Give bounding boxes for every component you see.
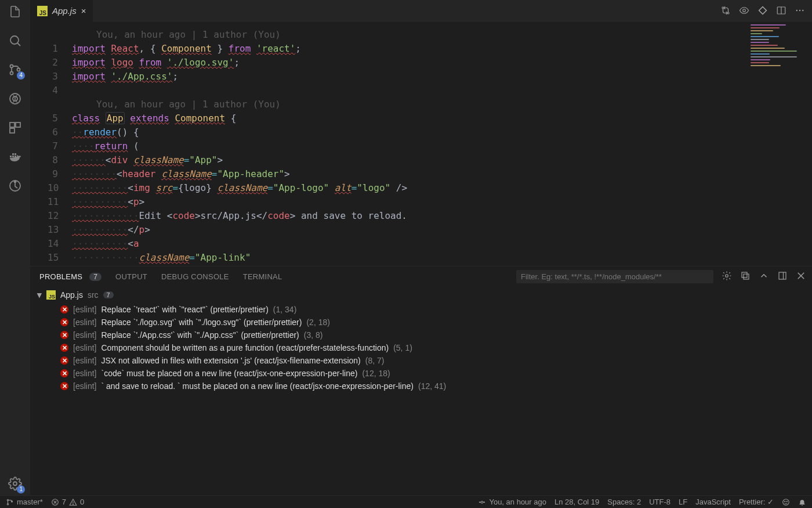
problem-location: (1, 34) bbox=[273, 305, 296, 314]
svg-point-38 bbox=[484, 502, 485, 502]
split-editor-icon[interactable] bbox=[776, 5, 786, 17]
more-icon[interactable] bbox=[795, 5, 805, 17]
filter-settings-icon[interactable] bbox=[722, 271, 732, 283]
code-line[interactable]: 15············className="App-link" bbox=[48, 251, 812, 265]
problem-item[interactable]: ✕[eslint]Component should be written as … bbox=[37, 341, 806, 354]
code-line[interactable]: 14··········<a bbox=[48, 237, 812, 251]
line-number: 3 bbox=[48, 70, 72, 84]
code-line[interactable]: 12············Edit <code>src/App.js</cod… bbox=[48, 209, 812, 223]
tab-output[interactable]: OUTPUT bbox=[115, 272, 147, 281]
code-line[interactable]: 13··········</p> bbox=[48, 223, 812, 237]
code-line[interactable]: 2import logo from './logo.svg'; bbox=[48, 56, 812, 70]
svg-point-11 bbox=[14, 181, 16, 183]
tab-debug-console[interactable]: DEBUG CONSOLE bbox=[161, 272, 229, 281]
docker-icon[interactable] bbox=[7, 149, 23, 165]
problem-message: ` and save to reload. ` must be placed o… bbox=[101, 381, 414, 391]
status-bell-icon[interactable] bbox=[798, 498, 806, 506]
error-icon: ✕ bbox=[60, 331, 68, 339]
status-blame[interactable]: You, an hour ago bbox=[478, 498, 546, 506]
problem-item[interactable]: ✕[eslint]Replace `'react'` with `"react"… bbox=[37, 303, 806, 316]
tab-close-icon[interactable]: × bbox=[81, 6, 86, 16]
preview-icon[interactable] bbox=[739, 5, 749, 17]
status-eol[interactable]: LF bbox=[679, 498, 687, 506]
svg-point-20 bbox=[802, 9, 803, 10]
tab-app-js[interactable]: JS App.js × bbox=[30, 0, 93, 22]
code-line[interactable]: 9········<header className="App-header"> bbox=[48, 167, 812, 181]
code-line[interactable]: 8······<div className="App"> bbox=[48, 153, 812, 167]
error-icon: ✕ bbox=[60, 305, 68, 314]
extensions-icon[interactable] bbox=[7, 120, 23, 136]
line-number: 2 bbox=[48, 56, 72, 70]
code-line[interactable]: 11··········<p> bbox=[48, 195, 812, 209]
close-panel-icon[interactable] bbox=[796, 271, 806, 283]
git-compare-icon[interactable] bbox=[720, 5, 731, 17]
problem-message: Replace `'react'` with `"react"` (pretti… bbox=[101, 305, 268, 314]
tab-problems[interactable]: PROBLEMS 7 bbox=[39, 272, 102, 281]
error-icon: ✕ bbox=[60, 356, 68, 365]
problem-item[interactable]: ✕[eslint]`code` must be placed on a new … bbox=[37, 367, 806, 380]
status-prettier[interactable]: Prettier: ✓ bbox=[739, 498, 774, 506]
problem-item[interactable]: ✕[eslint]JSX not allowed in files with e… bbox=[37, 354, 806, 367]
problems-file-row[interactable]: ▶ JS App.js src 7 bbox=[37, 289, 806, 303]
line-number: 9 bbox=[48, 167, 72, 181]
status-cursor-position[interactable]: Ln 28, Col 19 bbox=[554, 498, 599, 506]
code-line[interactable]: 5class App extends Component { bbox=[48, 111, 812, 125]
problems-filter-input[interactable] bbox=[516, 270, 713, 283]
gitlens-icon[interactable] bbox=[7, 178, 23, 194]
search-icon[interactable] bbox=[7, 33, 23, 49]
code-line[interactable]: 6··render() { bbox=[48, 125, 812, 139]
problems-file-name: App.js bbox=[60, 290, 83, 300]
svg-point-42 bbox=[785, 501, 785, 502]
svg-line-1 bbox=[17, 43, 20, 46]
explorer-icon[interactable] bbox=[7, 3, 23, 20]
problems-panel: PROBLEMS 7 OUTPUT DEBUG CONSOLE TERMINAL… bbox=[30, 266, 812, 495]
status-language[interactable]: JavaScript bbox=[695, 498, 731, 506]
problem-location: (5, 1) bbox=[393, 343, 412, 352]
settings-gear-icon[interactable]: 1 bbox=[7, 475, 23, 492]
status-branch[interactable]: master* bbox=[6, 498, 43, 506]
error-icon: ✕ bbox=[60, 369, 68, 377]
code-line[interactable]: 3import './App.css'; bbox=[48, 70, 812, 84]
svg-point-12 bbox=[13, 482, 17, 485]
chevron-down-icon: ▶ bbox=[36, 293, 44, 297]
chevron-up-icon[interactable] bbox=[759, 271, 769, 283]
maximize-panel-icon[interactable] bbox=[777, 271, 788, 283]
svg-point-19 bbox=[799, 9, 800, 10]
problem-source: [eslint] bbox=[73, 305, 96, 314]
problem-message: Replace `'./logo.svg'` with `"./logo.svg… bbox=[101, 318, 302, 327]
line-number: 4 bbox=[48, 84, 72, 98]
debug-icon[interactable] bbox=[7, 91, 23, 107]
svg-point-4 bbox=[17, 69, 20, 71]
svg-rect-24 bbox=[779, 272, 786, 279]
status-indentation[interactable]: Spaces: 2 bbox=[607, 498, 641, 506]
svg-point-0 bbox=[10, 36, 19, 44]
source-control-icon[interactable]: 4 bbox=[7, 62, 23, 78]
code-line[interactable]: 7····return ( bbox=[48, 139, 812, 153]
problem-source: [eslint] bbox=[73, 318, 96, 327]
problem-source: [eslint] bbox=[73, 343, 96, 352]
js-file-icon: JS bbox=[46, 290, 56, 300]
code-editor[interactable]: You, an hour ago | 1 author (You)1import… bbox=[30, 22, 812, 266]
status-feedback-icon[interactable] bbox=[782, 498, 790, 506]
status-encoding[interactable]: UTF-8 bbox=[649, 498, 670, 506]
tab-terminal[interactable]: TERMINAL bbox=[243, 272, 282, 281]
collapse-all-icon[interactable] bbox=[740, 271, 751, 283]
blame-annotation: You, an hour ago | 1 author (You) bbox=[72, 98, 281, 111]
svg-rect-22 bbox=[742, 272, 747, 278]
problem-message: JSX not allowed in files with extension … bbox=[101, 356, 360, 365]
problem-item[interactable]: ✕[eslint]` and save to reload. ` must be… bbox=[37, 380, 806, 392]
problem-item[interactable]: ✕[eslint]Replace `'./App.css'` with `"./… bbox=[37, 329, 806, 341]
line-number: 12 bbox=[48, 209, 72, 223]
status-problems[interactable]: 7 0 bbox=[51, 498, 84, 506]
line-number: 10 bbox=[48, 181, 72, 195]
blame-annotation: You, an hour ago | 1 author (You) bbox=[72, 28, 281, 42]
problem-item[interactable]: ✕[eslint]Replace `'./logo.svg'` with `".… bbox=[37, 316, 806, 329]
code-line[interactable]: 1import React, { Component } from 'react… bbox=[48, 42, 812, 56]
svg-point-29 bbox=[7, 503, 8, 505]
line-number: 15 bbox=[48, 251, 72, 265]
problem-source: [eslint] bbox=[73, 381, 96, 391]
code-line[interactable]: 4 bbox=[48, 84, 812, 98]
code-line[interactable]: 10··········<img src={logo} className="A… bbox=[48, 181, 812, 195]
svg-point-3 bbox=[10, 72, 13, 75]
diff-icon[interactable] bbox=[757, 5, 768, 17]
